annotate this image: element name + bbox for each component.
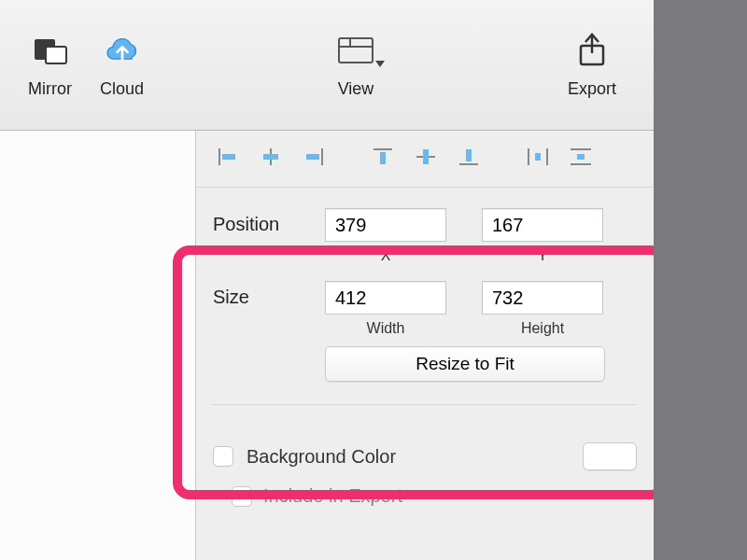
cloud-button[interactable]: Cloud bbox=[100, 31, 144, 99]
svg-rect-24 bbox=[577, 154, 585, 160]
toolbar: Mirror Cloud bbox=[0, 0, 654, 131]
svg-rect-2 bbox=[339, 38, 373, 63]
inspector-panel: Position X Y Size bbox=[196, 131, 654, 560]
background-color-swatch[interactable] bbox=[583, 442, 637, 470]
export-icon bbox=[572, 31, 612, 70]
background-color-label: Background Color bbox=[247, 446, 396, 468]
size-height-input[interactable] bbox=[482, 281, 603, 315]
mirror-label: Mirror bbox=[28, 79, 72, 99]
distribute-v-icon[interactable] bbox=[566, 144, 596, 170]
svg-rect-8 bbox=[222, 154, 235, 160]
svg-rect-18 bbox=[466, 149, 472, 161]
svg-rect-12 bbox=[306, 154, 319, 160]
align-top-icon[interactable] bbox=[368, 144, 398, 170]
left-panel bbox=[0, 131, 196, 560]
include-export-checkbox[interactable] bbox=[232, 486, 252, 507]
size-width-input[interactable] bbox=[325, 281, 446, 315]
alignment-toolbar bbox=[196, 131, 654, 188]
resize-to-fit-button[interactable]: Resize to Fit bbox=[325, 346, 605, 382]
mirror-button[interactable]: Mirror bbox=[28, 31, 72, 99]
export-label: Export bbox=[568, 79, 616, 99]
size-label: Size bbox=[213, 281, 325, 308]
align-left-icon[interactable] bbox=[213, 144, 243, 170]
view-button[interactable]: View bbox=[336, 31, 375, 99]
align-hcenter-icon[interactable] bbox=[256, 144, 286, 170]
include-export-row: Include in Export bbox=[196, 478, 654, 514]
cloud-icon bbox=[103, 31, 142, 70]
size-width-label: Width bbox=[367, 320, 405, 337]
position-x-input[interactable] bbox=[325, 208, 446, 242]
svg-rect-1 bbox=[46, 47, 66, 63]
mirror-icon bbox=[31, 31, 70, 70]
align-bottom-icon[interactable] bbox=[454, 144, 484, 170]
svg-rect-16 bbox=[423, 149, 429, 164]
include-export-label: Include in Export bbox=[263, 485, 402, 507]
distribute-h-icon[interactable] bbox=[523, 144, 553, 170]
background-color-row: Background Color bbox=[196, 422, 654, 478]
position-row: Position X Y bbox=[213, 208, 637, 264]
view-label: View bbox=[338, 79, 374, 99]
size-height-label: Height bbox=[521, 320, 564, 337]
outer-margin bbox=[654, 0, 747, 560]
svg-rect-14 bbox=[380, 152, 386, 164]
view-icon bbox=[336, 31, 375, 70]
position-y-input[interactable] bbox=[482, 208, 603, 242]
svg-rect-21 bbox=[535, 153, 541, 161]
size-row: Size Width Height bbox=[213, 281, 637, 337]
position-y-label: Y bbox=[538, 247, 548, 264]
align-vcenter-icon[interactable] bbox=[411, 144, 441, 170]
background-color-checkbox[interactable] bbox=[213, 446, 233, 467]
export-button[interactable]: Export bbox=[568, 31, 616, 99]
align-right-icon[interactable] bbox=[299, 144, 329, 170]
svg-rect-10 bbox=[263, 154, 278, 160]
position-label: Position bbox=[213, 208, 325, 235]
cloud-label: Cloud bbox=[100, 79, 144, 99]
position-x-label: X bbox=[381, 247, 391, 264]
